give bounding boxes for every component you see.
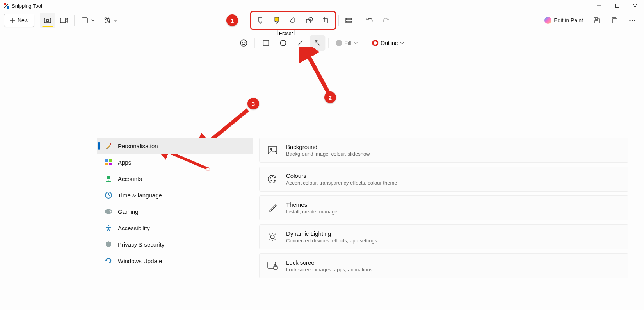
- svg-rect-32: [263, 40, 269, 46]
- accounts-icon: [105, 175, 112, 183]
- new-button-label: New: [18, 17, 28, 23]
- shapes-tool-button[interactable]: [302, 13, 317, 28]
- nav-item-apps[interactable]: Apps: [97, 154, 253, 170]
- svg-point-53: [271, 180, 272, 181]
- svg-point-28: [634, 20, 635, 21]
- more-button[interactable]: [624, 13, 640, 28]
- snip-shape-button[interactable]: [77, 13, 93, 28]
- svg-point-31: [244, 42, 245, 43]
- svg-rect-8: [44, 18, 51, 23]
- settings-cards: BackgroundBackground image, colour, slid…: [253, 136, 644, 310]
- svg-rect-42: [105, 163, 108, 165]
- dynamic-lighting-icon: [267, 232, 278, 242]
- svg-point-26: [629, 20, 630, 21]
- fill-swatch-icon: [336, 40, 342, 46]
- card-title: Lock screen: [286, 259, 372, 266]
- nav-label: Accounts: [118, 176, 142, 182]
- privacy-icon: [105, 240, 112, 248]
- svg-line-36: [306, 51, 329, 94]
- svg-point-54: [272, 176, 273, 177]
- emoji-shape-button[interactable]: [236, 35, 251, 51]
- svg-rect-0: [4, 3, 6, 5]
- card-title: Dynamic Lighting: [286, 230, 377, 237]
- paint-icon: [544, 17, 551, 24]
- nav-item-time-language[interactable]: Time & language: [97, 187, 253, 203]
- nav-label: Accessibility: [118, 225, 150, 231]
- nav-label: Gaming: [118, 208, 139, 215]
- rectangle-shape-button[interactable]: [258, 35, 274, 51]
- nav-item-windows-update[interactable]: Windows Update: [97, 253, 253, 269]
- svg-point-52: [270, 177, 271, 179]
- app-title: Snipping Tool: [12, 3, 42, 9]
- copy-button[interactable]: [607, 13, 622, 28]
- svg-rect-10: [60, 18, 66, 23]
- crop-tool-button[interactable]: [318, 13, 334, 28]
- svg-rect-65: [274, 266, 277, 269]
- card-colours[interactable]: ColoursAccent colour, transparency effec…: [259, 167, 628, 192]
- save-button[interactable]: [589, 13, 604, 28]
- outline-swatch-icon: [372, 40, 378, 46]
- svg-rect-50: [268, 146, 277, 154]
- colours-icon: [267, 174, 278, 184]
- nav-item-accessibility[interactable]: Accessibility: [97, 220, 253, 236]
- card-background[interactable]: BackgroundBackground image, colour, slid…: [259, 138, 628, 163]
- highlighter-tool-button[interactable]: [269, 13, 285, 28]
- delay-button[interactable]: [100, 13, 115, 28]
- captured-content: Personalisation Apps Accounts Time & lan…: [97, 136, 644, 310]
- edit-in-paint-button[interactable]: Edit in Paint: [541, 17, 586, 24]
- svg-line-35: [315, 41, 320, 45]
- undo-button[interactable]: [362, 13, 377, 28]
- svg-point-48: [110, 211, 112, 213]
- lock-screen-icon: [267, 261, 278, 271]
- text-actions-button[interactable]: [341, 13, 357, 28]
- close-button[interactable]: [626, 0, 644, 12]
- accessibility-icon: [105, 224, 112, 232]
- settings-nav: Personalisation Apps Accounts Time & lan…: [97, 136, 253, 310]
- delay-dropdown[interactable]: [114, 18, 117, 22]
- circle-shape-button[interactable]: [275, 35, 291, 51]
- eraser-tool-button[interactable]: [285, 13, 301, 28]
- background-icon: [267, 145, 278, 155]
- pen-tool-button[interactable]: [253, 13, 268, 28]
- snip-mode-button[interactable]: [40, 13, 55, 28]
- svg-rect-25: [613, 19, 617, 23]
- card-themes[interactable]: ThemesInstall, create, manage: [259, 195, 628, 220]
- card-lock-screen[interactable]: Lock screenLock screen images, apps, ani…: [259, 253, 628, 278]
- maximize-button[interactable]: [608, 0, 626, 12]
- minimize-button[interactable]: [590, 0, 608, 12]
- nav-item-gaming[interactable]: Gaming: [97, 203, 253, 220]
- new-button[interactable]: New: [4, 14, 34, 27]
- svg-point-51: [270, 148, 272, 150]
- card-title: Background: [286, 143, 370, 150]
- plus-icon: [10, 18, 15, 23]
- svg-rect-22: [346, 21, 352, 22]
- window-controls: [590, 0, 644, 12]
- svg-rect-1: [7, 6, 9, 9]
- fill-label: Fill: [344, 40, 351, 46]
- svg-line-60: [269, 234, 270, 235]
- card-subtitle: Lock screen images, apps, animations: [286, 267, 372, 272]
- windows-update-icon: [105, 257, 112, 265]
- svg-point-29: [240, 40, 247, 46]
- svg-point-47: [110, 210, 111, 211]
- nav-label: Personalisation: [118, 143, 158, 149]
- snip-shape-dropdown[interactable]: [91, 18, 95, 22]
- card-dynamic-lighting[interactable]: Dynamic LightingConnected devices, effec…: [259, 224, 628, 249]
- nav-label: Windows Update: [118, 258, 162, 264]
- callout-1: 1: [226, 14, 238, 26]
- nav-item-personalisation[interactable]: Personalisation: [97, 138, 253, 154]
- apps-icon: [105, 158, 112, 166]
- fill-control[interactable]: Fill: [332, 40, 361, 46]
- personalisation-icon: [105, 142, 112, 150]
- chevron-down-icon: [354, 41, 358, 45]
- nav-item-accounts[interactable]: Accounts: [97, 170, 253, 187]
- svg-line-34: [298, 41, 302, 45]
- nav-item-privacy-security[interactable]: Privacy & security: [97, 236, 253, 253]
- redo-button[interactable]: [378, 13, 394, 28]
- outline-control[interactable]: Outline: [368, 40, 408, 46]
- svg-point-33: [280, 40, 286, 46]
- record-mode-button[interactable]: [56, 13, 72, 28]
- outline-label: Outline: [381, 40, 398, 46]
- svg-rect-43: [109, 163, 112, 165]
- snipping-tool-icon: [3, 3, 9, 9]
